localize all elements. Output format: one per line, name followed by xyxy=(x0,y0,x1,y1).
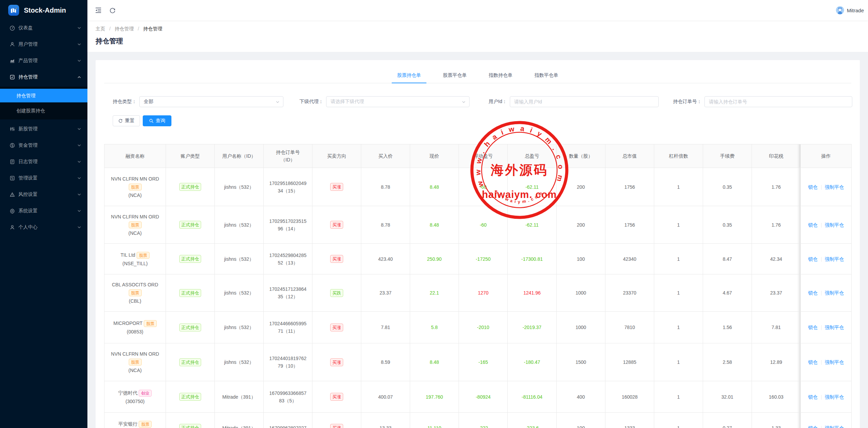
force-close-link[interactable]: 强制平仓 xyxy=(825,425,844,428)
sidebar-item-logs[interactable]: 日志管理 xyxy=(0,155,87,169)
cell-name: CBL ASSOCITS ORD 股票 (CBL) xyxy=(104,274,166,312)
cell-qty: 400 xyxy=(557,381,605,413)
direction-tag: 买涨 xyxy=(330,424,343,428)
cell-actions: 锁仓强制平仓 xyxy=(801,381,852,413)
lock-position-link[interactable]: 锁仓 xyxy=(808,290,818,296)
cell-market-value: 7810 xyxy=(605,312,654,343)
lock-position-link[interactable]: 锁仓 xyxy=(808,394,818,400)
submenu-item[interactable]: 持仓管理 xyxy=(0,89,87,102)
tabs-bar: 股票持仓单股票平仓单指数持仓单指数平仓单 xyxy=(104,67,851,83)
lock-position-link[interactable]: 锁仓 xyxy=(808,359,818,365)
admin-icon xyxy=(10,175,15,181)
column-header: 账户类型 xyxy=(166,144,215,168)
column-header: 印花税 xyxy=(752,144,801,168)
cell-name: NVN CLFRN MN ORD 股票 (NCA) xyxy=(104,343,166,381)
tab-2[interactable]: 指数持仓单 xyxy=(483,67,518,83)
cell-actions: 锁仓强制平仓 xyxy=(801,206,852,244)
cell-leverage: 1 xyxy=(654,343,703,381)
cell-account-type: 正式持仓 xyxy=(166,312,215,343)
sidebar-item-ipo[interactable]: 新股管理 xyxy=(0,122,87,136)
cell-float-pl: -165 xyxy=(459,343,508,381)
filter-user-id: 用户Id： xyxy=(489,96,659,107)
cell-total-pl: 1241.96 xyxy=(508,274,557,312)
sidebar-item-risk[interactable]: 风控设置 xyxy=(0,188,87,201)
search-button[interactable]: 查询 xyxy=(143,115,171,126)
force-close-link[interactable]: 强制平仓 xyxy=(825,394,844,400)
market-tag: 股票 xyxy=(129,222,142,228)
action-divider xyxy=(821,185,822,190)
force-close-link[interactable]: 强制平仓 xyxy=(825,325,844,330)
product-icon xyxy=(10,58,15,63)
column-header: 总市值 xyxy=(605,144,654,168)
column-header: 杠杆倍数 xyxy=(654,144,703,168)
force-close-link[interactable]: 强制平仓 xyxy=(825,290,844,296)
table-row: MICROPORT 股票 (00853) 正式持仓 jishns（532） 17… xyxy=(104,312,852,343)
tab-0[interactable]: 股票持仓单 xyxy=(392,67,426,83)
user-menu[interactable]: Mitrade xyxy=(836,6,868,14)
column-header: 浮动盈亏 xyxy=(459,144,508,168)
sidebar-item-product[interactable]: 产品管理 xyxy=(0,54,87,68)
column-header: 用户名称（ID） xyxy=(215,144,264,168)
sidebar-item-user[interactable]: 用户管理 xyxy=(0,38,87,51)
system-icon xyxy=(10,208,15,214)
chevron-down-icon xyxy=(77,225,81,229)
main-area: Mitrade 主页 / 持仓管理 / 持仓管理 持仓管理 股票持仓单股票平仓单… xyxy=(87,0,868,428)
cell-account-type: 正式持仓 xyxy=(166,343,215,381)
lock-position-link[interactable]: 锁仓 xyxy=(808,325,818,330)
profile-icon xyxy=(10,225,15,230)
cell-name: TIL Ltd 股票 (NSE_TILL) xyxy=(104,244,166,274)
sidebar-item-system[interactable]: 系统设置 xyxy=(0,204,87,218)
breadcrumb-home[interactable]: 主页 xyxy=(96,26,105,31)
tab-1[interactable]: 股票平仓单 xyxy=(437,67,472,83)
cell-stamp-duty: 7.81 xyxy=(752,312,801,343)
sidebar-item-position[interactable]: 持仓管理 xyxy=(0,70,87,84)
force-close-link[interactable]: 强制平仓 xyxy=(825,184,844,190)
lock-position-link[interactable]: 锁仓 xyxy=(808,222,818,228)
order-no-input[interactable] xyxy=(709,99,842,104)
column-header: 现价 xyxy=(410,144,459,168)
cell-direction: 买涨 xyxy=(312,206,361,244)
user-icon xyxy=(10,42,15,47)
cell-stamp-duty: 23.37 xyxy=(752,274,801,312)
cell-name: 宁德时代 创业 (300750) xyxy=(104,381,166,413)
position-type-select[interactable]: 全部 xyxy=(139,96,283,107)
sidebar-menu: 仪表盘用户管理产品管理持仓管理持仓管理创建股票持仓新股管理资金管理日志管理管理设… xyxy=(0,21,87,234)
submenu-item[interactable]: 创建股票持仓 xyxy=(0,104,87,117)
cell-total-pl: -81116.04 xyxy=(508,381,557,413)
sidebar-item-dashboard[interactable]: 仪表盘 xyxy=(0,21,87,35)
cell-user: jishns（532） xyxy=(215,274,264,312)
tab-3[interactable]: 指数平仓单 xyxy=(529,67,564,83)
account-type-tag: 正式持仓 xyxy=(179,393,201,401)
refresh-icon[interactable] xyxy=(109,7,116,14)
direction-tag: 买涨 xyxy=(330,255,343,263)
table-row: 平安银行 股票 (000001) 正式持仓 Mitrade（391） 16709… xyxy=(104,413,852,428)
cell-buy-price: 8.78 xyxy=(361,206,410,244)
sub-agent-select[interactable]: 请选择下级代理 xyxy=(326,96,470,107)
breadcrumb-level1[interactable]: 持仓管理 xyxy=(115,26,134,31)
cell-leverage: 1 xyxy=(654,274,703,312)
market-tag: 股票 xyxy=(144,320,157,327)
lock-position-link[interactable]: 锁仓 xyxy=(808,425,818,428)
card: 股票持仓单股票平仓单指数持仓单指数平仓单 持仓类型： 全部 下级代理： 请选择下… xyxy=(96,60,860,428)
user-id-input[interactable] xyxy=(514,99,648,104)
account-type-tag: 正式持仓 xyxy=(179,358,201,366)
menu-fold-icon[interactable] xyxy=(95,7,102,14)
cell-float-pl: -60 xyxy=(459,168,508,206)
chevron-down-icon xyxy=(276,100,280,104)
force-close-link[interactable]: 强制平仓 xyxy=(825,359,844,365)
cell-stamp-duty: 1.76 xyxy=(752,168,801,206)
logo[interactable]: Stock-Admin xyxy=(0,0,87,20)
sidebar-item-funds[interactable]: 资金管理 xyxy=(0,139,87,152)
lock-position-link[interactable]: 锁仓 xyxy=(808,184,818,190)
force-close-link[interactable]: 强制平仓 xyxy=(825,222,844,228)
reset-button[interactable]: 重置 xyxy=(113,115,140,126)
cell-total-pl: -17300.81 xyxy=(508,244,557,274)
account-type-tag: 正式持仓 xyxy=(179,289,201,297)
page-title: 持仓管理 xyxy=(96,36,860,46)
sidebar-item-profile[interactable]: 个人中心 xyxy=(0,220,87,234)
lock-position-link[interactable]: 锁仓 xyxy=(808,256,818,262)
cell-market-value: 1756 xyxy=(605,206,654,244)
force-close-link[interactable]: 强制平仓 xyxy=(825,256,844,262)
sidebar-item-admin[interactable]: 管理设置 xyxy=(0,171,87,185)
cell-account-type: 正式持仓 xyxy=(166,206,215,244)
